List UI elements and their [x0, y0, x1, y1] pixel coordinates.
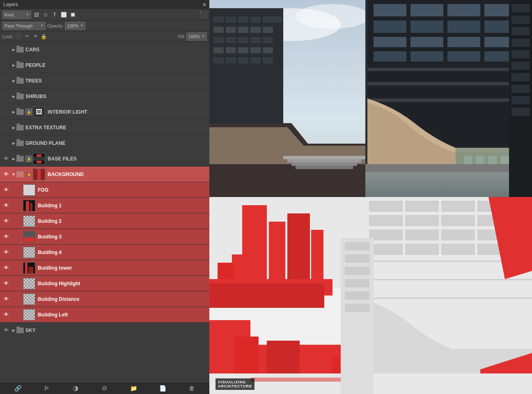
svg-rect-92 — [511, 85, 530, 93]
shape-filter-icon[interactable]: ⬜ — [60, 11, 67, 18]
svg-rect-85 — [511, 4, 530, 12]
lock-pixels-icon[interactable]: ⬛ — [16, 33, 22, 40]
svg-rect-29 — [213, 27, 224, 33]
eye-icon-fog[interactable]: 👁 — [2, 186, 11, 195]
delete-layer-button[interactable]: 🗑 — [187, 383, 197, 393]
layers-title-bar: Layers ≡ — [0, 0, 209, 9]
lock-icons-group: ⬛ ✏ ✛ 🔒 — [16, 33, 47, 40]
opacity-chevron-icon: ▼ — [80, 24, 83, 27]
new-adjustment-button[interactable]: ⊘ — [100, 383, 110, 393]
svg-rect-111 — [369, 215, 402, 226]
lock-position-icon[interactable]: ✛ — [32, 33, 39, 40]
layer-row-people[interactable]: ▶ PEOPLE — [0, 57, 209, 73]
eye-icon-buidling4[interactable]: 👁 — [2, 248, 11, 257]
fill-group: Fill: 100% ▼ — [178, 32, 207, 41]
new-group-button[interactable]: 📁 — [129, 383, 139, 393]
opacity-value[interactable]: 100% ▼ — [65, 22, 85, 30]
new-layer-button[interactable]: 📄 — [158, 383, 167, 393]
expand-base-files[interactable]: ▶ — [11, 156, 16, 162]
layer-row-base-files[interactable]: 👁 ▶ 🔒 BASE FILES — [0, 151, 209, 167]
layer-row-sky[interactable]: 👁 ▶ SKY — [0, 323, 209, 338]
layer-row-interior-light[interactable]: ▶ 🔒 🖼 INTERIOR LIGHT — [0, 104, 209, 120]
eye-icon-buidling-tower[interactable]: 👁 — [2, 263, 11, 273]
layer-row-ground-plane[interactable]: ▶ GROUND PLANE — [0, 135, 209, 151]
eye-icon-base-files[interactable]: 👁 — [2, 154, 11, 163]
eye-icon-interior-light[interactable] — [2, 108, 11, 117]
lock-all-icon[interactable]: 🔒 — [40, 33, 47, 40]
layer-row-building-highlight[interactable]: 👁 Building Highlight — [0, 276, 209, 291]
layer-row-fog[interactable]: 👁 FOG — [0, 182, 209, 198]
eye-icon-people[interactable] — [2, 61, 11, 70]
svg-rect-141 — [345, 279, 369, 287]
svg-rect-58 — [374, 37, 406, 47]
layer-row-trees[interactable]: ▶ TREES — [0, 73, 209, 89]
svg-rect-80 — [283, 156, 365, 159]
svg-rect-31 — [238, 27, 248, 33]
type-filter-icon[interactable]: T — [51, 11, 58, 18]
layer-row-shrubs[interactable]: ▶ SHRUBS — [0, 89, 209, 104]
svg-rect-7 — [30, 203, 32, 211]
panel-menu-icon[interactable]: ≡ — [203, 1, 206, 8]
eye-icon-cars[interactable] — [2, 45, 11, 54]
expand-trees[interactable]: ▶ — [11, 78, 16, 84]
layer-filter-toggle[interactable]: ⬛ — [200, 11, 207, 18]
layer-row-buidling3[interactable]: 👁 Buidling 3 — [0, 229, 209, 245]
layer-row-building-distance[interactable]: 👁 Building Distance — [0, 291, 209, 307]
svg-rect-116 — [369, 230, 402, 240]
svg-rect-106 — [369, 201, 402, 211]
expand-background[interactable]: ▼ — [11, 172, 16, 177]
eye-icon-extra-texture[interactable] — [2, 123, 11, 132]
lock-image-icon[interactable]: ✏ — [24, 33, 30, 40]
svg-rect-67 — [367, 82, 532, 85]
svg-rect-86 — [511, 16, 530, 24]
layers-blending-bar: Pass Through ▼ Opacity: 100% ▼ — [0, 21, 209, 31]
layer-row-buidling-tower[interactable]: 👁 Buidling tower — [0, 260, 209, 276]
link-layers-button[interactable]: 🔗 — [13, 383, 23, 393]
expand-people[interactable]: ▶ — [11, 62, 16, 68]
eye-icon-ground-plane[interactable] — [2, 139, 11, 148]
eye-icon-sky[interactable]: 👁 — [2, 326, 11, 335]
expand-cars[interactable]: ▶ — [11, 47, 16, 53]
folder-icon-shrubs — [16, 94, 24, 99]
adjustment-filter-icon[interactable]: ⊙ — [42, 11, 49, 18]
svg-rect-48 — [263, 57, 273, 64]
svg-rect-24 — [226, 16, 236, 23]
svg-rect-91 — [511, 73, 530, 81]
kind-dropdown[interactable]: Kind ▼ — [2, 11, 31, 19]
layer-row-building-left[interactable]: 👁 Building Left — [0, 307, 209, 323]
eye-icon-background[interactable]: 👁 — [2, 170, 11, 179]
eye-icon-building-left[interactable]: 👁 — [2, 310, 11, 319]
layer-row-building1[interactable]: 👁 Building 1 — [0, 198, 209, 213]
svg-rect-2 — [33, 157, 45, 161]
eye-icon-building1[interactable]: 👁 — [2, 201, 11, 210]
eye-icon-building2[interactable]: 👁 — [2, 217, 11, 226]
smartobject-filter-icon[interactable]: 🔲 — [69, 11, 76, 18]
eye-icon-building-highlight[interactable]: 👁 — [2, 279, 11, 288]
eye-icon-trees[interactable] — [2, 76, 11, 85]
layer-row-background[interactable]: 👁 ▼ 🔒 BACKGROUND — [0, 167, 209, 182]
eye-icon-buidling3[interactable]: 👁 — [2, 232, 11, 241]
expand-ground-plane[interactable]: ▶ — [11, 140, 16, 146]
blend-mode-dropdown[interactable]: Pass Through ▼ — [2, 22, 46, 30]
svg-rect-94 — [511, 108, 530, 116]
fill-value[interactable]: 100% ▼ — [186, 32, 207, 41]
expand-extra-texture[interactable]: ▶ — [11, 125, 16, 131]
image-filter-icon[interactable]: 🖼 — [33, 11, 40, 18]
expand-interior-light[interactable]: ▶ — [11, 109, 16, 115]
svg-rect-12 — [28, 267, 33, 273]
svg-rect-55 — [410, 21, 443, 33]
layer-row-extra-texture[interactable]: ▶ EXTRA TEXTURE — [0, 120, 209, 135]
layer-row-building2[interactable]: 👁 Building 2 — [0, 213, 209, 229]
layer-effects-button[interactable]: fx — [42, 383, 52, 393]
eye-icon-building-distance[interactable]: 👁 — [2, 295, 11, 304]
layer-row-buidling4[interactable]: 👁 Buidling 4 — [0, 245, 209, 260]
folder-icon-people — [16, 62, 24, 68]
expand-sky[interactable]: ▶ — [11, 328, 16, 333]
layer-row-cars[interactable]: ▶ CARS — [0, 42, 209, 57]
layers-list[interactable]: ▶ CARS ▶ PEOPLE ▶ TREES ▶ SHRUBS — [0, 42, 209, 382]
add-mask-button[interactable]: ◑ — [71, 383, 80, 393]
layer-name-building1: Building 1 — [38, 203, 208, 208]
expand-shrubs[interactable]: ▶ — [11, 94, 16, 99]
svg-rect-122 — [406, 244, 438, 254]
eye-icon-shrubs[interactable] — [2, 92, 11, 101]
